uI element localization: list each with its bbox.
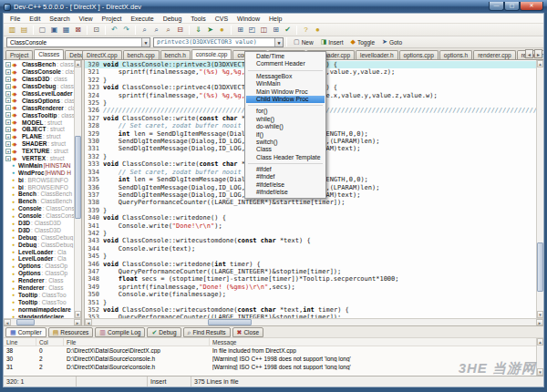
replace-icon[interactable]: ⌕: [163, 25, 174, 36]
tree-item-renderer[interactable]: ●Renderer : Class: [5, 277, 74, 284]
menu-item-switch[interactable]: switch(): [246, 139, 325, 146]
tree-item-d3d[interactable]: ●D3D : ClassD3D: [5, 226, 74, 233]
tab-resources[interactable]: ▤Resources: [48, 327, 94, 337]
insert-button[interactable]: ◨Insert: [317, 36, 347, 47]
about-icon[interactable]: ●: [313, 25, 324, 36]
menu-item-ifndef[interactable]: #ifndef: [246, 173, 325, 181]
tree-item-debug[interactable]: ●Debug : ClassDebug: [5, 233, 74, 241]
menu-view[interactable]: View: [75, 15, 98, 22]
menu-edit[interactable]: Edit: [25, 15, 45, 22]
tab-directx-cpp[interactable]: DirectX.cpp: [82, 50, 122, 59]
menu-item-comment-header[interactable]: Comment Header: [246, 60, 325, 67]
tab-find-results[interactable]: ⌕Find Results: [183, 327, 231, 337]
tree-item-levelloader[interactable]: ●LevelLoader : Cla: [5, 248, 74, 255]
menu-item-do-while[interactable]: do-while(): [246, 123, 325, 130]
tab-classes[interactable]: Classes: [34, 49, 64, 59]
tree-item-d3d[interactable]: ●D3D : ClassD3D: [5, 220, 74, 227]
expand-icon[interactable]: +: [5, 149, 11, 154]
member-combo[interactable]: printvec3(D3DXVECTOR3 value) ▼: [153, 37, 284, 47]
menu-item-child-window-proc[interactable]: Child Window Proc: [246, 96, 325, 103]
window-icon[interactable]: ◰: [247, 25, 258, 36]
editor-horizontal-scrollbar[interactable]: ◄ ►: [85, 318, 543, 325]
chevron-down-icon[interactable]: ▼: [274, 38, 283, 46]
tab-project[interactable]: Project: [5, 50, 33, 59]
expand-icon[interactable]: +: [5, 156, 11, 161]
close-file-icon[interactable]: ⊠: [73, 25, 84, 36]
expand-icon[interactable]: +: [5, 105, 11, 110]
tree-item-options[interactable]: ●Options : ClassOp: [5, 263, 74, 270]
menu-item-while[interactable]: while(): [246, 116, 325, 123]
new-button[interactable]: ▢New: [290, 36, 317, 47]
full-screen-icon[interactable]: ⊞: [235, 25, 246, 36]
tree-item-classconsole[interactable]: +◆◆ClassConsole : class: [5, 68, 74, 76]
tree-item-classoptions[interactable]: +◆◆ClassOptions : class: [5, 97, 74, 104]
tree-vertical-scrollbar[interactable]: ▲ ▼: [74, 60, 81, 318]
find-next-icon[interactable]: ⌕: [151, 25, 162, 36]
tree-item-console[interactable]: ●Console : ClassConsole: [5, 212, 74, 220]
compile-icon[interactable]: ⇓: [193, 25, 204, 36]
help-icon[interactable]: ?: [301, 25, 312, 36]
menu-help[interactable]: Help: [264, 15, 286, 22]
save-icon[interactable]: ▣: [49, 25, 60, 36]
scroll-right-icon[interactable]: ►: [74, 319, 81, 325]
tree-item-classd3d[interactable]: +◆◆ClassD3D : class: [5, 76, 74, 83]
tab-bench-cpp[interactable]: bench.cpp: [123, 50, 160, 59]
new-file-icon[interactable]: ▢: [37, 25, 48, 36]
tree-item-classlevelloader[interactable]: +◆◆ClassLevelLoader : class: [5, 90, 74, 98]
expand-icon[interactable]: +: [5, 84, 11, 89]
tree-item-tooltip[interactable]: ●Tooltip : ClassToo: [5, 292, 74, 299]
chevron-down-icon[interactable]: ▼: [141, 38, 150, 46]
tab-scroll-right-icon[interactable]: ►: [534, 49, 542, 58]
scroll-left-icon[interactable]: ◄: [85, 319, 92, 325]
tree-item-debug[interactable]: ●Debug : ClassDebug: [5, 241, 74, 248]
tab-levelloader-h[interactable]: levelloader.h: [356, 50, 398, 59]
expand-icon[interactable]: +: [5, 141, 11, 147]
tree-item-bench[interactable]: ●Bench : ClassBench: [5, 191, 74, 198]
scroll-up-icon[interactable]: ▲: [537, 60, 543, 67]
new-project-icon[interactable]: ▥: [7, 25, 18, 36]
tab-console-cpp[interactable]: console.cpp: [191, 49, 232, 59]
menu-tools[interactable]: Tools: [186, 15, 210, 22]
scroll-down-icon[interactable]: ▼: [75, 311, 81, 318]
menu-cvs[interactable]: CVS: [211, 15, 232, 22]
menu-item-messagebox[interactable]: MessageBox: [246, 73, 325, 80]
tree-item-classrenderer[interactable]: +◆◆ClassRenderer : class: [5, 104, 74, 111]
tree-item-plane[interactable]: +◆◆PLANE : struct: [5, 133, 74, 140]
menu-item-class[interactable]: Class: [246, 146, 325, 153]
print-icon[interactable]: ⊡: [91, 25, 102, 36]
menu-execute[interactable]: Execute: [126, 15, 158, 22]
tree-item-bench[interactable]: ●Bench : ClassBench: [5, 198, 74, 205]
tab-compiler[interactable]: ▦Compiler: [5, 327, 46, 337]
tab-bench-h[interactable]: bench.h: [160, 50, 191, 59]
menu-item-winmain[interactable]: WinMain: [246, 80, 325, 88]
open-project-icon[interactable]: ▤: [19, 25, 30, 36]
tree-item-classdebug[interactable]: +◆◆ClassDebug : class: [5, 83, 74, 90]
class-combo[interactable]: ClassConsole ▼: [6, 37, 150, 47]
menu-item-main-window-proc[interactable]: Main Window Proc: [246, 88, 325, 96]
expand-icon[interactable]: +: [5, 98, 11, 103]
tree-item-model[interactable]: +◆◆MODEL : struct: [5, 119, 74, 126]
tree-item-vertex[interactable]: +◆◆VERTEX : struct: [5, 155, 74, 162]
undo-icon[interactable]: ↶: [109, 25, 120, 36]
tree-item-normalmapdeclare[interactable]: ●normalmapdeclare: [5, 305, 74, 313]
menu-search[interactable]: Search: [45, 15, 74, 22]
tree-item-shader[interactable]: +◆◆SHADER : struct: [5, 140, 74, 148]
scroll-down-icon[interactable]: ▼: [537, 368, 543, 376]
expand-icon[interactable]: +: [5, 134, 11, 139]
tree-item-winmain[interactable]: ●WinMain [HINSTAN: [5, 161, 74, 169]
editor-vertical-scrollbar[interactable]: ▲ ▼: [536, 60, 543, 318]
toggle-button[interactable]: ◆Toggle: [347, 36, 379, 47]
syntax-check-icon[interactable]: ✔: [283, 25, 294, 36]
scroll-up-icon[interactable]: ▲: [75, 60, 81, 67]
run-icon[interactable]: ➤: [205, 25, 216, 36]
tree-item-tooltip[interactable]: ●Tooltip : ClassToo: [5, 298, 74, 305]
tree-item-classtooltip[interactable]: +◆◆ClassTooltip : class: [5, 111, 74, 119]
tab-debug[interactable]: ✔Debug: [147, 327, 181, 337]
tree-item-wndproc[interactable]: ●WndProc [HWND H: [5, 169, 74, 176]
maximize-button[interactable]: ▢: [504, 2, 520, 11]
tree-item-renderer[interactable]: ●Renderer : Class: [5, 284, 74, 292]
compile-and-run-icon[interactable]: ●: [217, 25, 228, 36]
expand-icon[interactable]: +: [5, 62, 11, 67]
expand-icon[interactable]: +: [5, 77, 11, 82]
scroll-right-icon[interactable]: ►: [536, 319, 543, 325]
